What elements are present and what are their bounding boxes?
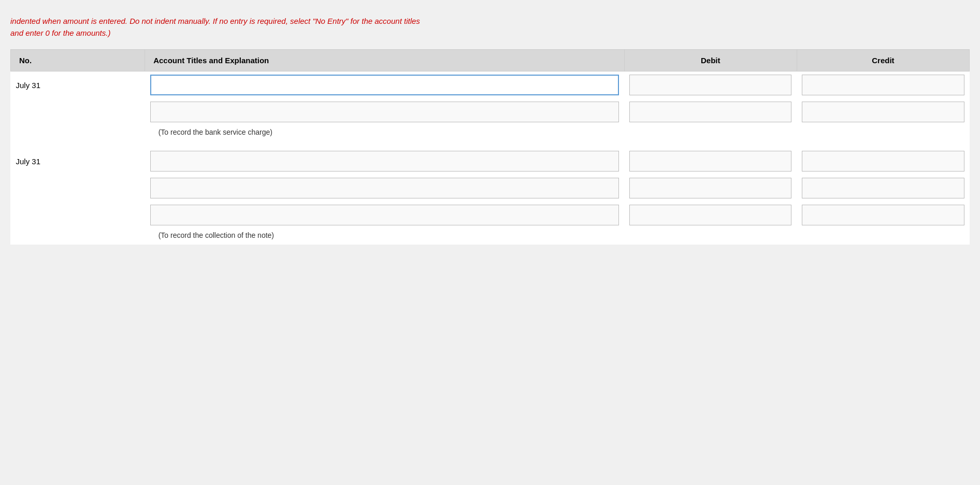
entry1-note-cell: (To record the bank service charge) xyxy=(145,125,970,141)
header-no: No. xyxy=(11,50,145,72)
instruction-text: indented when amount is entered. Do not … xyxy=(10,16,970,39)
entry2-row3-credit-input[interactable] xyxy=(802,205,964,225)
entry1-date: July 31 xyxy=(11,72,145,99)
entry2-note-no-cell xyxy=(11,229,145,245)
header-account: Account Titles and Explanation xyxy=(145,50,625,72)
entry2-date: July 31 xyxy=(11,148,145,175)
entry2-row3-account-cell xyxy=(145,202,625,229)
entry2-row2-credit-cell xyxy=(797,175,969,202)
entry1-row1-credit-input[interactable] xyxy=(802,75,964,95)
entry1-row2 xyxy=(11,98,970,125)
entry1-row1-account-input[interactable] xyxy=(150,75,619,95)
entry1-note-row: (To record the bank service charge) xyxy=(11,125,970,141)
entry1-row2-debit-cell xyxy=(624,98,797,125)
entry2-row1-debit-input[interactable] xyxy=(629,151,791,172)
entry1-row2-account-input[interactable] xyxy=(150,102,619,122)
entry1-row1-debit-cell xyxy=(624,72,797,99)
entry2-row3-account-input[interactable] xyxy=(150,205,619,225)
entry2-row2-debit-cell xyxy=(624,175,797,202)
entry2-row1: July 31 xyxy=(11,148,970,175)
entry2-row3-no-cell xyxy=(11,202,145,229)
entry1-row2-no-cell xyxy=(11,98,145,125)
entry2-row1-account-cell xyxy=(145,148,625,175)
header-debit: Debit xyxy=(624,50,797,72)
entry2-row3-debit-input[interactable] xyxy=(629,205,791,225)
entry1-row1: July 31 xyxy=(11,72,970,99)
header-credit: Credit xyxy=(797,50,969,72)
entry1-row1-account-cell xyxy=(145,72,625,99)
entry2-row1-debit-cell xyxy=(624,148,797,175)
entry2-row3 xyxy=(11,202,970,229)
entry2-row2-account-cell xyxy=(145,175,625,202)
entry2-row1-account-input[interactable] xyxy=(150,151,619,172)
entry1-row2-credit-input[interactable] xyxy=(802,102,964,122)
journal-table: No. Account Titles and Explanation Debit… xyxy=(10,49,970,245)
entry1-row1-credit-cell xyxy=(797,72,969,99)
entry2-row2-credit-input[interactable] xyxy=(802,178,964,198)
entry2-note: (To record the collection of the note) xyxy=(150,227,274,244)
entry2-note-row: (To record the collection of the note) xyxy=(11,229,970,245)
entry2-row2 xyxy=(11,175,970,202)
table-header-row: No. Account Titles and Explanation Debit… xyxy=(11,50,970,72)
entry2-row2-no-cell xyxy=(11,175,145,202)
entry2-row2-debit-input[interactable] xyxy=(629,178,791,198)
entry1-row2-account-cell xyxy=(145,98,625,125)
entry2-row2-account-input[interactable] xyxy=(150,178,619,198)
entry2-row3-debit-cell xyxy=(624,202,797,229)
entry2-row3-credit-cell xyxy=(797,202,969,229)
entry1-note-no-cell xyxy=(11,125,145,141)
entry2-row1-credit-input[interactable] xyxy=(802,151,964,172)
spacer-row1 xyxy=(11,141,970,148)
entry2-note-cell: (To record the collection of the note) xyxy=(145,229,970,245)
entry1-row1-debit-input[interactable] xyxy=(629,75,791,95)
entry2-row1-credit-cell xyxy=(797,148,969,175)
entry1-row2-debit-input[interactable] xyxy=(629,102,791,122)
entry1-row2-credit-cell xyxy=(797,98,969,125)
entry1-note: (To record the bank service charge) xyxy=(150,124,272,140)
